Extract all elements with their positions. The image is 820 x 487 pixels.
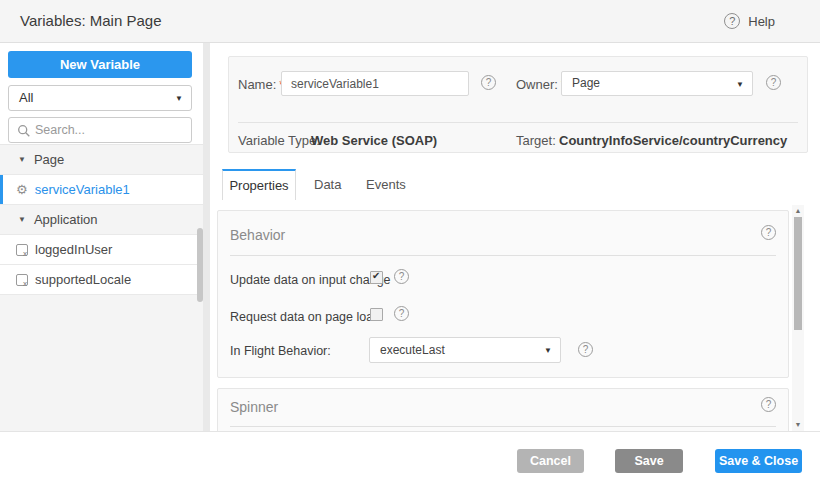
cancel-button[interactable]: Cancel	[517, 449, 584, 473]
update-data-on-input-change-checkbox[interactable]	[370, 271, 383, 284]
variable-type-value: Web Service (SOAP)	[311, 133, 437, 148]
new-variable-button[interactable]: New Variable	[8, 51, 192, 78]
in-flight-behavior-select[interactable]: executeLast ▼	[369, 337, 561, 363]
variable-tree: ▼ Page ⚙ serviceVariable1 ▼ Application …	[0, 144, 203, 431]
behavior-section-title: Behavior	[230, 227, 285, 243]
update-data-on-input-change-label: Update data on input change	[230, 273, 391, 287]
variables-sidebar: New Variable All ▼ ▼ Page ⚙ serviceVaria…	[0, 44, 203, 431]
request-data-help-icon[interactable]: ?	[394, 306, 409, 321]
owner-select[interactable]: Page ▼	[561, 71, 753, 96]
owner-help-icon[interactable]: ?	[766, 75, 781, 90]
tree-item-label: serviceVariable1	[35, 182, 130, 197]
request-data-on-page-load-label: Request data on page load	[230, 310, 380, 324]
tree-group-application[interactable]: ▼ Application	[0, 205, 203, 235]
name-field[interactable]	[281, 71, 469, 96]
behavior-help-icon[interactable]: ?	[761, 225, 776, 240]
page-title: Variables: Main Page	[20, 0, 161, 42]
dialog-footer: Cancel Save Save & Close	[0, 431, 820, 487]
tree-group-label: Page	[34, 152, 64, 167]
variable-summary-form: Name:* ? Owner:* Page ▼ ? Variable Type:…	[228, 56, 808, 153]
help-button[interactable]: ? Help	[724, 0, 775, 42]
tab-data[interactable]: Data	[314, 169, 341, 200]
search-input[interactable]	[35, 119, 187, 141]
in-flight-behavior-label: In Flight Behavior:	[230, 344, 331, 358]
chevron-down-icon: ▼	[175, 94, 183, 103]
help-label: Help	[748, 14, 775, 29]
owner-selected-value: Page	[572, 72, 600, 95]
owner-label: Owner:*	[516, 77, 566, 92]
detail-tabs: Properties Data Events	[210, 169, 820, 200]
tree-group-label: Application	[34, 212, 98, 227]
in-flight-selected-value: executeLast	[380, 338, 445, 362]
collapse-arrow-icon: ▼	[18, 215, 26, 224]
variable-detail-panel: Name:* ? Owner:* Page ▼ ? Variable Type:…	[210, 43, 820, 431]
panel-divider	[203, 43, 210, 431]
target-value: CountryInfoService/countryCurrency	[559, 133, 787, 148]
spinner-section-title: Spinner	[230, 399, 278, 415]
behavior-section: Behavior ? Update data on input change ?…	[217, 210, 789, 378]
spinner-help-icon[interactable]: ?	[761, 397, 776, 412]
save-and-close-button[interactable]: Save & Close	[715, 449, 802, 473]
tree-item-servicevariable1[interactable]: ⚙ serviceVariable1	[0, 175, 203, 205]
in-flight-help-icon[interactable]: ?	[578, 342, 593, 357]
section-divider	[230, 426, 776, 427]
variable-filter-select[interactable]: All ▼	[8, 85, 192, 111]
scrollbar-thumb[interactable]	[794, 217, 802, 330]
service-variable-icon: ⚙	[16, 183, 28, 196]
form-divider	[238, 122, 798, 123]
spinner-section: Spinner ?	[217, 388, 789, 431]
collapse-arrow-icon: ▼	[18, 155, 26, 164]
scroll-down-icon[interactable]: ▼	[792, 420, 804, 430]
tree-item-label: loggedInUser	[35, 242, 112, 257]
save-button[interactable]: Save	[615, 449, 683, 473]
tree-group-page[interactable]: ▼ Page	[0, 145, 203, 175]
variable-search	[8, 117, 192, 143]
static-variable-icon	[16, 244, 28, 256]
properties-scrollbar[interactable]: ▲ ▼	[792, 205, 804, 431]
tab-events[interactable]: Events	[366, 169, 406, 200]
name-label: Name:*	[238, 77, 284, 92]
search-icon	[17, 124, 31, 138]
dialog-header: Variables: Main Page ? Help	[0, 0, 820, 43]
name-help-icon[interactable]: ?	[481, 75, 496, 90]
request-data-on-page-load-checkbox[interactable]	[370, 308, 383, 321]
scroll-up-icon[interactable]: ▲	[792, 206, 804, 216]
section-divider	[230, 255, 776, 256]
chevron-down-icon: ▼	[736, 79, 744, 88]
help-icon: ?	[724, 13, 740, 29]
tree-item-supportedlocale[interactable]: supportedLocale	[0, 265, 203, 295]
static-variable-icon	[16, 274, 28, 286]
chevron-down-icon: ▼	[544, 346, 552, 355]
tab-properties[interactable]: Properties	[222, 169, 296, 200]
filter-selected-value: All	[19, 86, 33, 110]
tree-item-label: supportedLocale	[35, 272, 131, 287]
target-label: Target:	[516, 133, 556, 148]
variable-type-label: Variable Type:	[238, 133, 320, 148]
tree-item-loggedinuser[interactable]: loggedInUser	[0, 235, 203, 265]
update-data-help-icon[interactable]: ?	[394, 269, 409, 284]
